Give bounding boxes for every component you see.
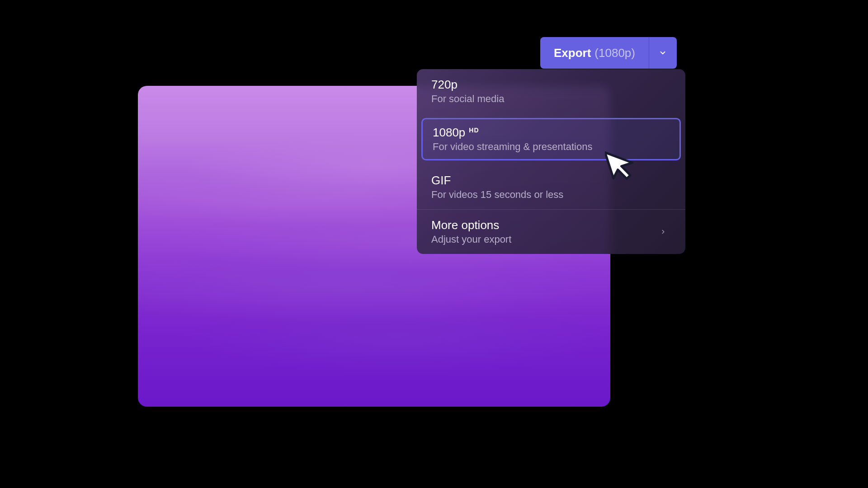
export-button-resolution: (1080p) <box>594 46 635 60</box>
dropdown-option-title: 1080p <box>433 126 465 140</box>
export-button[interactable]: Export (1080p) <box>540 37 649 69</box>
dropdown-more-options-subtitle: Adjust your export <box>431 234 511 245</box>
export-dropdown-menu: 720p For social media 1080p HD For video… <box>417 69 685 254</box>
dropdown-option-720p[interactable]: 720p For social media <box>417 69 685 113</box>
dropdown-option-subtitle: For social media <box>431 93 671 105</box>
export-button-group: Export (1080p) <box>540 37 677 69</box>
dropdown-option-title: GIF <box>431 174 451 188</box>
hd-badge: HD <box>469 127 479 134</box>
dropdown-more-options-title: More options <box>431 218 499 232</box>
export-button-label: Export <box>554 46 591 60</box>
dropdown-option-gif[interactable]: GIF For videos 15 seconds or less <box>417 165 685 209</box>
cursor-pointer-icon <box>605 146 641 182</box>
chevron-down-icon <box>659 49 667 57</box>
dropdown-option-1080p[interactable]: 1080p HD For video streaming & presentat… <box>421 118 681 160</box>
dropdown-option-title: 720p <box>431 78 458 92</box>
dropdown-option-subtitle: For videos 15 seconds or less <box>431 189 671 201</box>
export-dropdown-toggle[interactable] <box>649 37 677 69</box>
dropdown-more-options[interactable]: More options Adjust your export <box>417 210 685 254</box>
chevron-right-icon <box>660 229 666 235</box>
